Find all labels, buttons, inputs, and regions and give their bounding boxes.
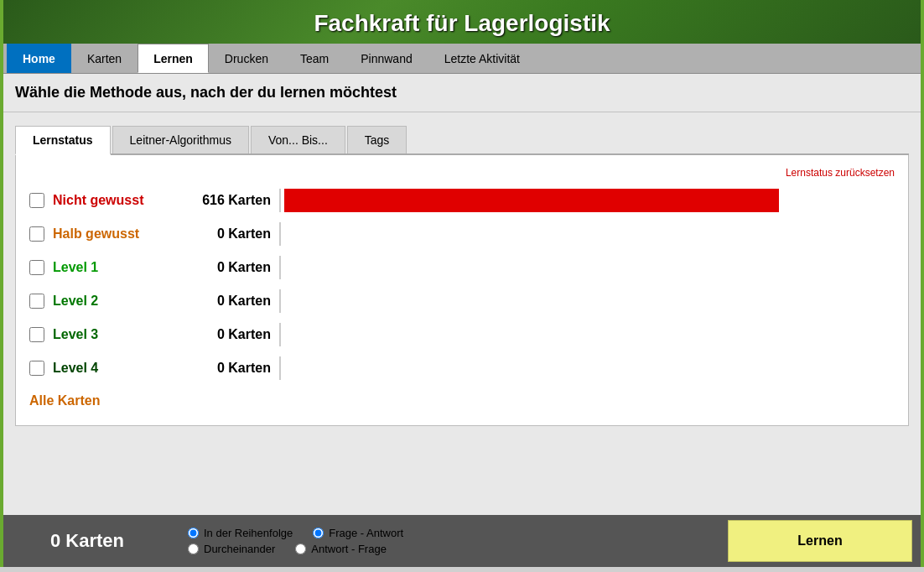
- label-level4: Level 4: [53, 361, 187, 376]
- bar-container-level4: [279, 356, 895, 380]
- radio-reihenfolge-label[interactable]: In der Reihenfolge: [188, 527, 293, 539]
- row-level3: Level 3 0 Karten: [29, 321, 895, 348]
- count-level1: 0 Karten: [187, 260, 279, 275]
- nav-home[interactable]: Home: [7, 44, 71, 73]
- label-halb-gewusst: Halb gewusst: [53, 226, 187, 242]
- count-nicht-gewusst: 616 Karten: [187, 193, 279, 208]
- radio-reihenfolge-text: In der Reihenfolge: [204, 527, 293, 539]
- checkbox-level2[interactable]: [29, 294, 44, 309]
- count-level3: 0 Karten: [187, 327, 279, 342]
- label-level2: Level 2: [53, 294, 187, 309]
- radio-frage-antwort-text: Frage - Antwort: [329, 527, 403, 539]
- reset-lernstatus-link[interactable]: Lernstatus zurücksetzen: [29, 167, 895, 179]
- footer-karten-count: 0 Karten: [3, 515, 171, 567]
- page-subtitle: Wähle die Methode aus, nach der du lerne…: [3, 74, 921, 112]
- main-content: Lernstatus Leitner-Algorithmus Von... Bi…: [3, 112, 921, 515]
- checkbox-nicht-gewusst[interactable]: [29, 193, 44, 208]
- app-title: Fachkraft für Lagerlogistik: [3, 10, 921, 37]
- count-halb-gewusst: 0 Karten: [187, 226, 279, 242]
- nav-karten[interactable]: Karten: [71, 44, 138, 73]
- count-level4: 0 Karten: [187, 361, 279, 376]
- alle-karten-link[interactable]: Alle Karten: [29, 393, 895, 408]
- app-header: Fachkraft für Lagerlogistik: [3, 0, 921, 44]
- label-level3: Level 3: [53, 327, 187, 342]
- radio-reihenfolge[interactable]: [188, 528, 199, 538]
- main-nav: Home Karten Lernen Drucken Team Pinnwand…: [3, 44, 921, 74]
- radio-antwort-frage-text: Antwort - Frage: [311, 543, 387, 555]
- footer-options: In der Reihenfolge Frage - Antwort Durch…: [171, 527, 728, 555]
- nav-pinnwand[interactable]: Pinnwand: [345, 44, 428, 73]
- label-level1: Level 1: [53, 260, 187, 275]
- bar-container-halb-gewusst: [279, 222, 895, 246]
- tab-von-bis[interactable]: Von... Bis...: [251, 126, 345, 153]
- checkbox-level4[interactable]: [29, 361, 44, 376]
- bar-container-level3: [279, 323, 895, 346]
- radio-frage-antwort-label[interactable]: Frage - Antwort: [313, 527, 403, 539]
- footer-bar: 0 Karten In der Reihenfolge Frage - Antw…: [3, 515, 921, 567]
- radio-durcheinander[interactable]: [188, 543, 199, 554]
- count-level2: 0 Karten: [187, 294, 279, 309]
- row-level2: Level 2 0 Karten: [29, 288, 895, 315]
- radio-frage-antwort[interactable]: [313, 528, 324, 538]
- nav-letzte-aktivitat[interactable]: Letzte Aktivität: [428, 44, 536, 73]
- checkbox-level1[interactable]: [29, 260, 44, 275]
- tab-leitner[interactable]: Leitner-Algorithmus: [112, 126, 249, 153]
- row-halb-gewusst: Halb gewusst 0 Karten: [29, 221, 895, 247]
- nav-team[interactable]: Team: [284, 44, 345, 73]
- row-level4: Level 4 0 Karten: [29, 355, 895, 382]
- radio-antwort-frage-label[interactable]: Antwort - Frage: [295, 543, 387, 555]
- radio-durcheinander-text: Durcheinander: [204, 543, 275, 555]
- nav-drucken[interactable]: Drucken: [209, 44, 284, 73]
- tab-lernstatus[interactable]: Lernstatus: [15, 126, 111, 155]
- bar-container-level2: [279, 289, 895, 313]
- footer-row2: Durcheinander Antwort - Frage: [188, 543, 711, 555]
- radio-durcheinander-label[interactable]: Durcheinander: [188, 543, 275, 555]
- bar-container-nicht-gewusst: [279, 189, 895, 212]
- label-nicht-gewusst: Nicht gewusst: [53, 193, 187, 208]
- lernen-button[interactable]: Lernen: [728, 520, 912, 562]
- bar-nicht-gewusst: [284, 189, 779, 212]
- method-tabs: Lernstatus Leitner-Algorithmus Von... Bi…: [15, 126, 909, 155]
- footer-row1: In der Reihenfolge Frage - Antwort: [188, 527, 711, 539]
- checkbox-level3[interactable]: [29, 327, 44, 342]
- row-level1: Level 1 0 Karten: [29, 254, 895, 281]
- checkbox-halb-gewusst[interactable]: [29, 226, 44, 242]
- radio-antwort-frage[interactable]: [295, 543, 306, 554]
- row-nicht-gewusst: Nicht gewusst 616 Karten: [29, 187, 895, 214]
- bar-container-level1: [279, 256, 895, 279]
- tab-content-area: Lernstatus zurücksetzen Nicht gewusst 61…: [15, 155, 909, 426]
- nav-lernen[interactable]: Lernen: [138, 44, 209, 73]
- tab-tags[interactable]: Tags: [347, 126, 407, 153]
